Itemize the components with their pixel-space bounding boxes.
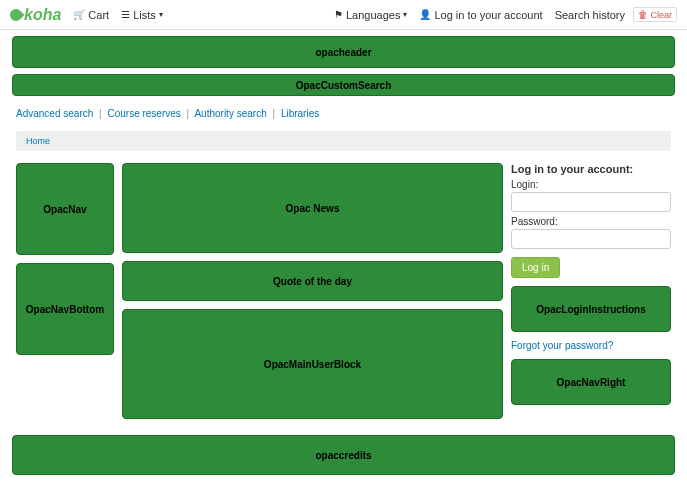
- login-input[interactable]: [511, 192, 671, 212]
- middle-column: Opac News Quote of the day OpacMainUserB…: [122, 163, 503, 419]
- user-icon: 👤: [419, 9, 431, 20]
- top-navbar: koha 🛒 Cart ☰ Lists ▾ ⚑ Languages ▾ 👤 Lo…: [0, 0, 687, 30]
- password-field-label: Password:: [511, 216, 671, 227]
- login-form: Log in to your account: Login: Password:…: [511, 163, 671, 286]
- quote-of-day-block: Quote of the day: [122, 261, 503, 301]
- history-label: Search history: [555, 9, 625, 21]
- opacheader-label: opacheader: [315, 47, 371, 58]
- opac-login-instructions-block: OpacLoginInstructions: [511, 286, 671, 332]
- cart-label: Cart: [88, 9, 109, 21]
- separator: |: [187, 108, 190, 119]
- authority-search-link[interactable]: Authority search: [194, 108, 266, 119]
- cart-link[interactable]: 🛒 Cart: [73, 9, 109, 21]
- languages-label: Languages: [346, 9, 400, 21]
- trash-icon: 🗑: [638, 9, 648, 20]
- login-title: Log in to your account:: [511, 163, 671, 175]
- login-button[interactable]: Log in: [511, 257, 560, 278]
- opac-custom-search-block: OpacCustomSearch: [12, 74, 675, 96]
- main-content: OpacNav OpacNavBottom Opac News Quote of…: [0, 157, 687, 425]
- forgot-password-link[interactable]: Forgot your password?: [511, 340, 671, 351]
- opaccredits-block: opaccredits: [12, 435, 675, 475]
- login-field-label: Login:: [511, 179, 671, 190]
- caret-down-icon: ▾: [403, 10, 407, 19]
- login-label: Log in to your account: [434, 9, 542, 21]
- opacnavbottom-block: OpacNavBottom: [16, 263, 114, 355]
- clear-label: Clear: [650, 10, 672, 20]
- lists-dropdown[interactable]: ☰ Lists ▾: [121, 9, 163, 21]
- advanced-search-link[interactable]: Advanced search: [16, 108, 93, 119]
- opacnav-block: OpacNav: [16, 163, 114, 255]
- customsearch-label: OpacCustomSearch: [296, 80, 392, 91]
- opacnav-label: OpacNav: [43, 204, 86, 215]
- libraries-link[interactable]: Libraries: [281, 108, 319, 119]
- caret-down-icon: ▾: [159, 10, 163, 19]
- navright-label: OpacNavRight: [557, 377, 626, 388]
- breadcrumb: Home: [16, 131, 671, 151]
- search-links-bar: Advanced search | Course reserves | Auth…: [0, 102, 687, 125]
- opac-main-user-block: OpacMainUserBlock: [122, 309, 503, 419]
- clear-button[interactable]: 🗑 Clear: [633, 7, 677, 22]
- brand-logo[interactable]: koha: [10, 6, 61, 24]
- separator: |: [272, 108, 275, 119]
- logininstr-label: OpacLoginInstructions: [536, 304, 645, 315]
- lists-label: Lists: [133, 9, 156, 21]
- leaf-icon: [8, 6, 25, 23]
- languages-dropdown[interactable]: ⚑ Languages ▾: [334, 9, 407, 21]
- opacnavbottom-label: OpacNavBottom: [26, 304, 104, 315]
- flag-icon: ⚑: [334, 9, 343, 20]
- opacheader-block: opacheader: [12, 36, 675, 68]
- list-icon: ☰: [121, 9, 130, 20]
- separator: |: [99, 108, 102, 119]
- password-input[interactable]: [511, 229, 671, 249]
- login-link[interactable]: 👤 Log in to your account: [419, 9, 542, 21]
- opac-news-label: Opac News: [286, 203, 340, 214]
- brand-text: koha: [24, 6, 61, 24]
- opacnavright-block: OpacNavRight: [511, 359, 671, 405]
- quote-label: Quote of the day: [273, 276, 352, 287]
- mainuser-label: OpacMainUserBlock: [264, 359, 361, 370]
- course-reserves-link[interactable]: Course reserves: [107, 108, 180, 119]
- right-column: Log in to your account: Login: Password:…: [511, 163, 671, 419]
- search-history-link[interactable]: Search history: [555, 9, 625, 21]
- credits-label: opaccredits: [315, 450, 371, 461]
- opac-news-block: Opac News: [122, 163, 503, 253]
- breadcrumb-home[interactable]: Home: [26, 136, 50, 146]
- cart-icon: 🛒: [73, 9, 85, 20]
- left-column: OpacNav OpacNavBottom: [16, 163, 114, 419]
